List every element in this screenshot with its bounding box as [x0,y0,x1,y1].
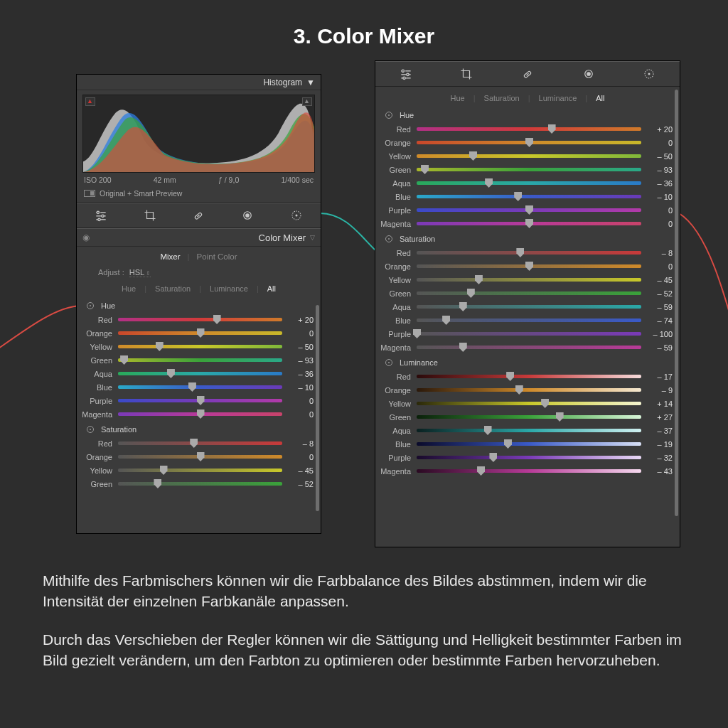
slider-thumb[interactable] [154,479,161,488]
slider-value[interactable]: – 9 [641,386,673,395]
preview-mode-row[interactable]: Original + Smart Preview [77,187,321,203]
slider-value[interactable]: – 19 [641,440,673,449]
slider-thumb[interactable] [475,275,483,284]
mode-hue[interactable]: Hue [445,94,471,102]
slider-value[interactable]: – 8 [282,439,314,448]
slider-thumb[interactable] [442,316,450,325]
slider-track[interactable] [118,372,282,375]
crop-tool-icon[interactable] [142,208,158,223]
slider-thumb[interactable] [489,453,497,462]
mode-saturation[interactable]: Saturation [478,94,525,102]
slider-value[interactable]: – 32 [641,454,673,462]
slider-value[interactable]: 0 [641,206,673,215]
slider-track[interactable] [417,222,641,225]
edit-tool-icon[interactable] [398,66,414,82]
mask-tool-icon[interactable] [240,208,255,223]
slider-track[interactable] [417,251,641,255]
redeye-tool-icon[interactable] [289,208,304,223]
slider-value[interactable]: + 27 [641,413,673,422]
slider-track[interactable] [118,441,282,445]
slider-thumb[interactable] [421,165,429,174]
tab-mixer[interactable]: Mixer [153,252,187,261]
slider-value[interactable]: – 52 [641,289,673,298]
slider-thumb[interactable] [467,289,475,298]
slider-track[interactable] [417,429,641,432]
scrollbar[interactable] [675,90,678,516]
slider-thumb[interactable] [156,342,164,351]
slider-track[interactable] [417,305,641,309]
slider-value[interactable]: 0 [641,220,673,228]
slider-value[interactable]: – 10 [282,383,314,392]
slider-track[interactable] [417,278,641,282]
slider-thumb[interactable] [484,426,492,435]
slider-track[interactable] [118,455,282,459]
slider-value[interactable]: – 93 [282,356,314,365]
slider-thumb[interactable] [197,396,205,405]
slider-thumb[interactable] [160,466,168,475]
mode-all[interactable]: All [590,94,610,102]
slider-thumb[interactable] [120,355,128,365]
target-icon[interactable] [87,426,94,433]
slider-track[interactable] [417,127,641,131]
edit-tool-icon[interactable] [93,208,109,223]
slider-thumb[interactable] [459,343,467,352]
target-icon[interactable] [385,112,392,119]
slider-thumb[interactable] [504,439,512,449]
slider-thumb[interactable] [506,372,514,381]
mode-saturation[interactable]: Saturation [149,284,196,293]
mode-luminance[interactable]: Luminance [204,284,254,293]
slider-track[interactable] [118,482,282,486]
slider-value[interactable]: – 36 [282,370,314,378]
slider-track[interactable] [118,331,282,335]
slider-track[interactable] [417,456,641,459]
slider-thumb[interactable] [525,262,533,271]
slider-value[interactable]: – 36 [641,179,673,188]
color-mixer-header[interactable]: ◉ Color Mixer ▽ [77,228,321,247]
slider-value[interactable]: – 100 [641,330,673,338]
slider-value[interactable]: – 10 [641,193,673,201]
slider-track[interactable] [417,402,641,405]
slider-thumb[interactable] [469,151,477,161]
redeye-tool-icon[interactable] [641,66,657,82]
slider-track[interactable] [417,141,641,144]
eye-icon[interactable]: ◉ [82,232,90,242]
slider-track[interactable] [417,195,641,198]
slider-value[interactable]: – 50 [641,152,673,161]
slider-value[interactable]: – 45 [282,466,314,475]
slider-value[interactable]: – 45 [641,276,673,284]
slider-thumb[interactable] [197,410,205,419]
slider-track[interactable] [417,469,641,473]
target-icon[interactable] [385,235,392,242]
histogram-chart[interactable] [82,95,315,173]
mask-tool-icon[interactable] [581,66,596,82]
slider-value[interactable]: + 14 [641,400,673,408]
slider-thumb[interactable] [541,399,549,408]
slider-track[interactable] [417,154,641,158]
slider-value[interactable]: – 74 [641,316,673,325]
slider-value[interactable]: 0 [641,262,673,271]
healing-tool-icon[interactable] [520,66,535,82]
slider-value[interactable]: 0 [641,139,673,147]
slider-value[interactable]: 0 [282,329,314,338]
slider-thumb[interactable] [459,302,467,311]
slider-track[interactable] [118,385,282,389]
slider-thumb[interactable] [477,466,485,476]
slider-thumb[interactable] [525,219,533,228]
slider-track[interactable] [417,291,641,295]
histogram-header[interactable]: Histogram ▼ [77,75,321,90]
slider-thumb[interactable] [548,124,556,134]
slider-track[interactable] [417,264,641,268]
slider-thumb[interactable] [190,439,198,448]
slider-track[interactable] [417,208,641,212]
slider-thumb[interactable] [525,138,533,147]
tab-point-color[interactable]: Point Color [190,252,245,261]
slider-value[interactable]: – 59 [641,343,673,352]
slider-value[interactable]: 0 [282,453,314,461]
slider-track[interactable] [417,318,641,322]
slider-value[interactable]: – 93 [641,166,673,174]
slider-track[interactable] [417,346,641,349]
slider-track[interactable] [417,375,641,378]
mode-luminance[interactable]: Luminance [533,94,583,102]
slider-track[interactable] [417,415,641,419]
target-icon[interactable] [87,302,94,309]
